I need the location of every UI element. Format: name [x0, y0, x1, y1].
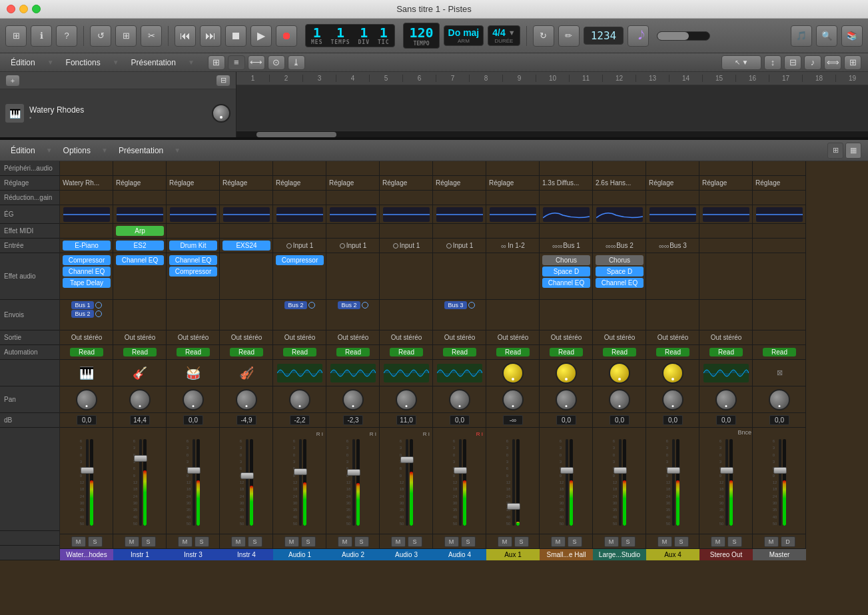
mute-button[interactable]: M	[71, 536, 86, 547]
effet-button[interactable]: Compressor	[169, 267, 217, 277]
arp-button[interactable]: Arp	[116, 226, 164, 236]
mute-button[interactable]: M	[338, 536, 352, 547]
channels-scroll[interactable]: Watery Rh...E-PianoCompressorChannel EQT…	[60, 161, 868, 560]
send-button[interactable]: Bus 2	[71, 310, 93, 318]
solo-button[interactable]: D	[781, 536, 795, 547]
single-view-btn[interactable]: ▦	[845, 143, 861, 159]
midi-icon[interactable]: ⊙	[268, 55, 285, 70]
tempo-display[interactable]: 120 TEMPO	[403, 23, 439, 49]
send-button[interactable]: Bus 2	[338, 301, 360, 309]
mute-button[interactable]: M	[444, 536, 459, 547]
list-view-icon[interactable]: ≡	[228, 55, 245, 70]
cursor-tool[interactable]: ↖ ▼	[721, 55, 761, 70]
effet-button[interactable]: Compressor	[63, 255, 111, 265]
effet-button[interactable]: Channel EQ	[542, 278, 590, 288]
channel-label[interactable]: Audio 1	[273, 549, 326, 560]
read-button[interactable]: Read	[656, 348, 689, 356]
channel-label[interactable]: Instr 4	[220, 549, 273, 560]
pan-knob[interactable]	[662, 389, 683, 410]
yellow-knob[interactable]	[662, 362, 683, 384]
read-button[interactable]: Read	[763, 348, 796, 356]
solo-button[interactable]: S	[195, 536, 209, 547]
db-value[interactable]: 0,0	[716, 415, 736, 425]
auto-zoom-icon[interactable]: ⊟	[784, 55, 801, 70]
solo-button[interactable]: S	[514, 536, 529, 547]
read-button[interactable]: Read	[230, 348, 263, 356]
reglage-cell[interactable]: 1.3s Diffus...	[540, 176, 593, 191]
effet-button[interactable]: Space D	[596, 267, 644, 277]
help-icon[interactable]: ?	[56, 25, 77, 47]
record-button[interactable]: ⏺	[276, 25, 297, 47]
fader-handle[interactable]	[134, 455, 147, 462]
reglage-cell[interactable]: Réglage	[433, 176, 486, 191]
track-edition-menu[interactable]: Édition	[7, 57, 39, 69]
mute-button[interactable]: M	[551, 536, 566, 547]
reglage-cell[interactable]: Réglage	[220, 176, 273, 191]
solo-button[interactable]: S	[461, 536, 476, 547]
volume-icon[interactable]: ♪	[804, 55, 821, 70]
channel-label[interactable]: Aux 4	[646, 549, 699, 560]
library-icon[interactable]: 📚	[841, 25, 863, 47]
solo-button[interactable]: S	[568, 536, 582, 547]
read-button[interactable]: Read	[443, 348, 476, 356]
db-value[interactable]: 0,0	[663, 415, 683, 425]
note-icon[interactable]: 🎵	[791, 25, 812, 47]
solo-button[interactable]: S	[621, 536, 636, 547]
track-presentation-menu[interactable]: Présentation	[127, 57, 180, 69]
pan-knob[interactable]	[289, 389, 310, 410]
scissors-icon[interactable]: ✂	[141, 25, 162, 47]
entree-plugin[interactable]: EXS24	[222, 241, 270, 251]
play-button[interactable]: ▶	[250, 25, 272, 47]
effet-button[interactable]: Channel EQ	[116, 255, 164, 265]
mute-button[interactable]: M	[284, 536, 299, 547]
info-icon[interactable]: ℹ	[31, 25, 52, 47]
fader-handle[interactable]	[720, 467, 733, 474]
mixer-icon[interactable]: ⊞	[115, 25, 137, 47]
db-value[interactable]: 0,0	[769, 415, 789, 425]
effet-button[interactable]: Channel EQ	[63, 267, 111, 277]
db-value[interactable]: 0,0	[77, 415, 97, 425]
entree-plugin[interactable]: Drum Kit	[169, 241, 217, 251]
send-button[interactable]: Bus 2	[284, 301, 306, 309]
db-value[interactable]: -2,2	[290, 415, 310, 425]
pan-knob[interactable]	[556, 389, 577, 410]
add-track-button[interactable]: +	[5, 75, 20, 87]
channel-label[interactable]: Audio 2	[326, 549, 380, 560]
mute-button[interactable]: M	[657, 536, 672, 547]
read-button[interactable]: Read	[283, 348, 316, 356]
mixer-presentation-menu[interactable]: Présentation	[115, 145, 167, 157]
read-button[interactable]: Read	[603, 348, 636, 356]
entree-plugin[interactable]: E-Piano	[63, 241, 111, 251]
read-button[interactable]: Read	[550, 348, 583, 356]
pencil-icon[interactable]: ✏	[558, 25, 580, 47]
pan-knob[interactable]	[183, 389, 204, 410]
channel-label[interactable]: Instr 3	[167, 549, 220, 560]
mute-button[interactable]: M	[125, 536, 139, 547]
flex-icon[interactable]: ⟷	[248, 55, 265, 70]
reglage-cell[interactable]: Réglage	[326, 176, 380, 191]
pan-icon[interactable]: ⟺	[824, 55, 841, 70]
reglage-cell[interactable]: Watery Rh...	[60, 176, 113, 191]
reglage-cell[interactable]: Réglage	[380, 176, 433, 191]
rewind-button[interactable]: ⏮	[175, 25, 196, 47]
solo-button[interactable]: S	[674, 536, 689, 547]
mute-button[interactable]: M	[711, 536, 725, 547]
fader-handle[interactable]	[507, 503, 520, 510]
solo-button[interactable]: S	[141, 536, 156, 547]
effet-button[interactable]: Chorus	[542, 255, 590, 265]
search-icon[interactable]: 🔍	[816, 25, 837, 47]
pan-knob[interactable]	[76, 389, 97, 410]
mute-button[interactable]: M	[604, 536, 619, 547]
new-icon[interactable]: ⊞	[5, 25, 27, 47]
reglage-cell[interactable]: Réglage	[273, 176, 326, 191]
reglage-cell[interactable]: Réglage	[167, 176, 220, 191]
fader-handle[interactable]	[347, 469, 360, 476]
db-value[interactable]: 0,0	[183, 415, 203, 425]
read-button[interactable]: Read	[390, 348, 423, 356]
mixer-edition-menu[interactable]: Édition	[7, 145, 39, 157]
pan-knob[interactable]	[609, 389, 630, 410]
pan-knob[interactable]	[715, 389, 737, 410]
channel-label[interactable]: Aux 1	[486, 549, 540, 560]
db-value[interactable]: -4,9	[236, 415, 256, 425]
fader-handle[interactable]	[454, 467, 467, 474]
